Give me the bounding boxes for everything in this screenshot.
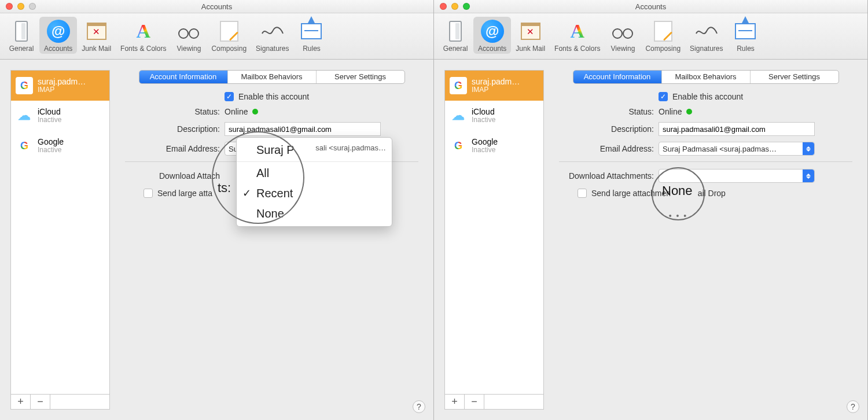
tab-account-information[interactable]: Account Information [139,71,228,83]
toolbar-general[interactable]: General [437,17,473,54]
minimize-icon[interactable] [451,3,458,10]
status-online-icon [686,109,692,115]
tab-server-settings[interactable]: Server Settings [751,71,838,83]
separator [559,161,852,162]
download-attachments-popup[interactable]: x [659,169,815,183]
composing-icon [651,19,675,43]
account-add-remove: + − [10,395,110,410]
account-name: Google [38,138,64,146]
account-actions-spacer [484,395,543,409]
enable-account-checkbox[interactable]: ✓ [225,92,234,101]
description-label: Description: [559,124,659,134]
account-sub: Inactive [38,116,61,124]
toolbar-accounts[interactable]: @ Accounts [473,17,511,54]
toolbar-composing[interactable]: Composing [641,17,685,54]
toolbar-accounts[interactable]: @ Accounts [39,17,77,54]
general-icon [9,19,34,43]
accounts-icon: @ [480,19,505,43]
tab-mailbox-behaviors[interactable]: Mailbox Behaviors [228,71,317,83]
remove-account-button[interactable]: − [31,395,50,409]
account-row-icloud[interactable]: ☁ iCloud Inactive [11,101,109,131]
content-area: G suraj.padm… IMAP ☁ iCloud Inactive G [434,60,867,420]
download-attachments-label: Download Attach [125,171,225,180]
add-account-button[interactable]: + [11,395,31,409]
google-icon: G [450,137,467,154]
toolbar-general[interactable]: General [3,17,39,54]
tab-mailbox-behaviors[interactable]: Mailbox Behaviors [662,71,751,83]
toolbar-composing[interactable]: Composing [207,17,251,54]
ts-fragment: ts: [218,180,231,196]
window-title: Accounts [201,2,232,11]
download-attachments-value-magnified: None [662,183,693,198]
email-address-label: Email Address: [125,144,225,153]
help-button[interactable]: ? [413,400,425,413]
account-name: suraj.padm… [472,78,520,86]
tab-server-settings[interactable]: Server Settings [317,71,404,83]
account-row-gmail[interactable]: G suraj.padm… IMAP [11,71,109,101]
google-icon: G [450,77,467,94]
window-right: Accounts General @ Accounts Junk Mail A … [434,0,868,420]
account-row-gmail[interactable]: G suraj.padm… IMAP [445,71,543,101]
composing-icon [217,19,241,43]
help-button[interactable]: ? [847,400,859,413]
toolbar-rules[interactable]: Rules [293,17,329,54]
window-left: Accounts General @ Accounts Junk Mail A … [0,0,434,420]
download-attachments-menu: Suraj P sali <suraj.padmas… All ✓Recent … [236,137,392,227]
enable-account-label: Enable this account [672,92,743,101]
account-add-remove: + − [444,395,544,410]
account-sidebar: G suraj.padm… IMAP ☁ iCloud Inactive G [444,70,544,410]
menu-item-all[interactable]: All [237,163,392,183]
add-account-button[interactable]: + [445,395,465,409]
preferences-toolbar: General @ Accounts Junk Mail A Fonts & C… [434,13,867,60]
toolbar-fonts-colors[interactable]: A Fonts & Colors [550,17,605,54]
toolbar-junk-mail[interactable]: Junk Mail [77,17,116,54]
mail-drop-label: Send large attachmen ail Drop [591,189,726,198]
rules-icon [299,19,323,43]
window-title: Accounts [635,2,666,11]
junk-mail-icon [84,19,109,43]
window-controls [440,3,470,10]
toolbar-fonts-colors[interactable]: A Fonts & Colors [116,17,171,54]
email-address-label: Email Address: [559,144,659,153]
enable-account-checkbox[interactable]: ✓ [659,92,668,101]
account-name: suraj.padm… [38,78,86,86]
zoom-icon[interactable] [29,3,36,10]
minimize-icon[interactable] [17,3,24,10]
email-address-popup[interactable]: Suraj Padmasali <suraj.padmas… [659,142,815,156]
signatures-icon [694,19,719,43]
account-name: iCloud [38,108,61,116]
toolbar-junk-mail[interactable]: Junk Mail [511,17,550,54]
email-fragment: sali <suraj.padmas… [315,143,386,152]
toolbar-viewing[interactable]: Viewing [605,17,641,54]
account-row-icloud[interactable]: ☁ iCloud Inactive [445,101,543,131]
viewing-icon [176,19,201,43]
description-input[interactable] [659,122,815,136]
toolbar-signatures[interactable]: Signatures [251,17,293,54]
account-row-google[interactable]: G Google Inactive [11,131,109,161]
popup-arrows-icon [803,170,814,182]
account-sub: IMAP [38,86,86,94]
close-icon[interactable] [440,3,447,10]
menu-item-recent[interactable]: ✓Recent [237,183,392,204]
junk-mail-icon [518,19,543,43]
popup-arrows-icon [803,142,814,155]
status-online-icon [252,109,258,115]
google-icon: G [16,77,33,94]
toolbar-rules[interactable]: Rules [727,17,763,54]
account-row-google[interactable]: G Google Inactive [445,131,543,161]
menu-item-none[interactable]: None [237,204,392,224]
fonts-colors-icon: A [565,19,590,43]
account-list: G suraj.padm… IMAP ☁ iCloud Inactive G [10,70,110,395]
close-icon[interactable] [6,3,13,10]
toolbar-signatures[interactable]: Signatures [685,17,727,54]
tab-account-information[interactable]: Account Information [573,71,662,83]
remove-account-button[interactable]: − [465,395,484,409]
magnifier-dots-icon: • • • [669,211,687,220]
mail-drop-checkbox[interactable] [578,189,587,198]
mail-drop-checkbox[interactable] [144,189,153,198]
account-form: Account Information Mailbox Behaviors Se… [120,70,423,410]
description-input[interactable] [225,122,381,136]
toolbar-viewing[interactable]: Viewing [171,17,207,54]
icloud-icon: ☁ [16,107,33,124]
zoom-icon[interactable] [463,3,470,10]
